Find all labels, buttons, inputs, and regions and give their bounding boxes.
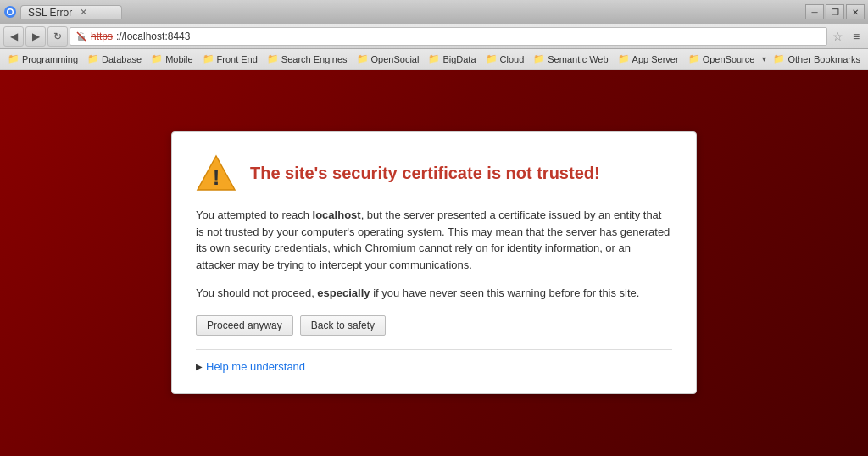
bookmark-mobile[interactable]: 📁 Mobile xyxy=(147,52,197,66)
active-tab[interactable]: SSL Error ✕ xyxy=(20,5,122,19)
folder-icon: 📁 xyxy=(8,53,19,64)
folder-icon: 📁 xyxy=(87,53,99,64)
folder-icon: 📁 xyxy=(203,53,214,64)
chevron-down-icon: ▾ xyxy=(762,54,766,64)
chrome-icon xyxy=(3,5,17,19)
button-row: Proceed anyway Back to safety xyxy=(196,315,672,336)
error-body-text: You attempted to reach localhost, but th… xyxy=(196,207,672,273)
folder-icon: 📁 xyxy=(357,53,369,64)
folder-icon: 📁 xyxy=(428,53,440,64)
bookmark-label: Mobile xyxy=(165,54,192,64)
reload-icon: ↻ xyxy=(53,31,62,42)
bookmark-label: OpenSource xyxy=(703,54,755,64)
address-https: https xyxy=(91,31,113,42)
back-to-safety-button[interactable]: Back to safety xyxy=(300,315,386,336)
help-me-understand-link[interactable]: ▶ Help me understand xyxy=(196,360,672,373)
back-button[interactable]: ◀ xyxy=(3,26,24,47)
tab-bar: SSL Error ✕ xyxy=(20,5,802,19)
error-warning-text: You should not proceed, especially if yo… xyxy=(196,285,672,302)
error-hostname: localhost xyxy=(313,209,361,221)
folder-icon: 📁 xyxy=(688,53,700,64)
bookmark-semantic-web[interactable]: 📁 Semantic Web xyxy=(529,52,612,66)
bookmark-star-button[interactable]: ☆ xyxy=(829,28,846,45)
tab-close-button[interactable]: ✕ xyxy=(77,6,90,19)
window-controls: ─ ❐ ✕ xyxy=(805,4,865,19)
folder-icon: 📁 xyxy=(773,53,785,64)
tab-title: SSL Error xyxy=(28,7,72,19)
bookmark-label: Database xyxy=(102,54,142,64)
bookmark-cloud[interactable]: 📁 Cloud xyxy=(481,52,529,66)
bookmark-label: OpenSocial xyxy=(371,54,420,64)
bookmark-label: Programming xyxy=(22,54,78,64)
folder-icon: 📁 xyxy=(533,53,545,64)
folder-icon: 📁 xyxy=(267,53,279,64)
minimize-button[interactable]: ─ xyxy=(805,4,824,19)
bookmark-label: Search Engines xyxy=(281,54,348,64)
help-link-label: Help me understand xyxy=(206,360,305,373)
bookmark-label: App Server xyxy=(632,54,679,64)
divider xyxy=(196,349,672,350)
bookmark-label: Front End xyxy=(217,54,258,64)
folder-icon: 📁 xyxy=(618,53,630,64)
bookmark-label: Semantic Web xyxy=(548,54,608,64)
bookmark-other[interactable]: 📁 Other Bookmarks xyxy=(769,52,865,66)
bookmark-label: BigData xyxy=(442,54,476,64)
forward-icon: ▶ xyxy=(32,31,40,42)
bookmark-label: Other Bookmarks xyxy=(787,54,860,64)
back-icon: ◀ xyxy=(10,31,18,42)
proceed-anyway-button[interactable]: Proceed anyway xyxy=(196,315,293,336)
error-header: ! The site's security certificate is not… xyxy=(196,153,672,193)
error-body-prefix: You attempted to reach xyxy=(196,209,313,221)
title-bar: SSL Error ✕ ─ ❐ ✕ xyxy=(0,0,868,24)
address-rest: ://localhost:8443 xyxy=(116,31,190,42)
bookmark-opensource[interactable]: 📁 OpenSource xyxy=(684,52,760,66)
navigation-bar: ◀ ▶ ↻ https ://localhost:8443 ☆ ≡ xyxy=(0,24,868,49)
warning-prefix: You should not proceed, xyxy=(196,286,317,299)
bookmark-database[interactable]: 📁 Database xyxy=(83,52,146,66)
warning-triangle-icon: ! xyxy=(196,153,236,193)
lock-broken-icon xyxy=(75,31,87,42)
bookmark-app-server[interactable]: 📁 App Server xyxy=(614,52,683,66)
bookmark-opensocial[interactable]: 📁 OpenSocial xyxy=(353,52,424,66)
bookmark-programming[interactable]: 📁 Programming xyxy=(3,52,82,66)
address-bar[interactable]: https ://localhost:8443 xyxy=(70,27,827,46)
svg-point-2 xyxy=(8,10,13,14)
warning-emphasis: especially xyxy=(317,286,370,299)
folder-icon: 📁 xyxy=(151,53,163,64)
error-card: ! The site's security certificate is not… xyxy=(171,131,697,394)
arrow-icon: ▶ xyxy=(196,362,203,371)
close-window-button[interactable]: ✕ xyxy=(846,4,865,19)
folder-icon: 📁 xyxy=(486,53,498,64)
forward-button[interactable]: ▶ xyxy=(25,26,46,47)
bookmark-label: Cloud xyxy=(500,54,525,64)
reload-button[interactable]: ↻ xyxy=(47,26,68,47)
main-content: ! The site's security certificate is not… xyxy=(0,70,868,456)
restore-button[interactable]: ❐ xyxy=(826,4,844,19)
bookmark-bigdata[interactable]: 📁 BigData xyxy=(424,52,480,66)
svg-text:!: ! xyxy=(213,164,220,190)
error-title: The site's security certificate is not t… xyxy=(250,164,600,183)
warning-suffix: if you have never seen this warning befo… xyxy=(370,286,640,299)
bookmarks-bar: 📁 Programming 📁 Database 📁 Mobile 📁 Fron… xyxy=(0,49,868,70)
bookmarks-more-button[interactable]: ▾ xyxy=(760,52,768,67)
bookmark-frontend[interactable]: 📁 Front End xyxy=(198,52,262,66)
menu-icon: ≡ xyxy=(853,30,860,43)
bookmark-search-engines[interactable]: 📁 Search Engines xyxy=(263,52,352,66)
star-icon: ☆ xyxy=(832,30,843,43)
chrome-menu-button[interactable]: ≡ xyxy=(848,28,865,45)
